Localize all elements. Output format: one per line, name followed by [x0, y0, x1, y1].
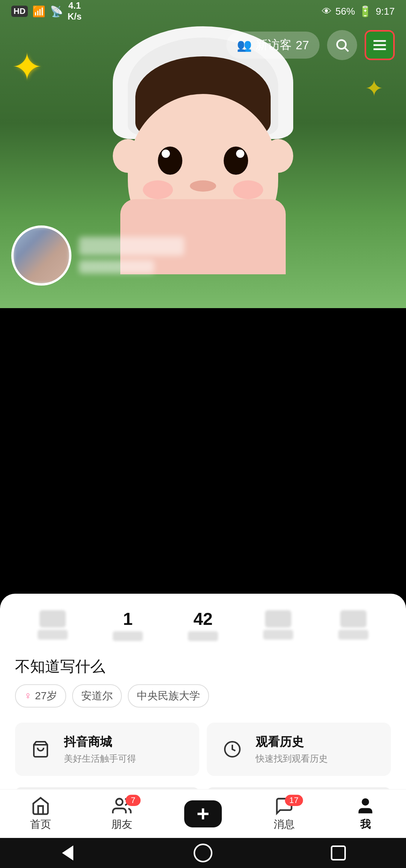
nav-friends-label: 朋友: [111, 817, 132, 832]
tags-row: ♀ 27岁 安道尔 中央民族大学: [15, 684, 391, 708]
nav-messages[interactable]: 17 消息: [244, 796, 325, 832]
stat-likes-number: [39, 610, 66, 628]
visitors-label: 新访客: [256, 37, 292, 53]
shop-info: 抖音商城 美好生活触手可得: [64, 734, 136, 765]
history-info: 观看历史 快速找到观看历史: [256, 734, 328, 765]
stat-likes-label: [38, 630, 68, 640]
stat-friends-number: 1: [90, 609, 165, 629]
svg-point-0: [337, 40, 346, 49]
battery-text: 56%: [335, 6, 355, 17]
school-label: 中央民族大学: [137, 689, 200, 703]
back-button[interactable]: [56, 842, 79, 864]
nav-friends[interactable]: 7 朋友: [81, 796, 162, 832]
stat-following[interactable]: 42: [165, 609, 241, 641]
nav-me[interactable]: 我: [325, 796, 406, 832]
visitors-count: 27: [295, 38, 309, 52]
action-cards: 抖音商城 美好生活触手可得 观看历史 快速找到观看历史: [0, 711, 406, 787]
bio-section: 不知道写什么 ♀ 27岁 安道尔 中央民族大学: [0, 649, 406, 711]
wifi-icon: 📡: [50, 5, 63, 18]
svg-point-10: [362, 798, 368, 805]
stat-friends[interactable]: 1: [90, 609, 165, 641]
status-right: 👁 56% 🔋 9:17: [322, 5, 395, 18]
stat-fans-number: [265, 610, 291, 628]
header-bar: 👥 新访客 27: [0, 23, 406, 68]
search-icon: [335, 38, 350, 53]
menu-button[interactable]: [365, 30, 395, 60]
stat-following-number: 42: [165, 609, 241, 629]
nav-plus[interactable]: [162, 800, 244, 827]
history-icon: [217, 734, 247, 764]
age-tag[interactable]: ♀ 27岁: [15, 684, 66, 708]
star-small: ✦: [365, 75, 383, 101]
stat-fans-label: [263, 630, 293, 640]
nav-home[interactable]: 首页: [0, 796, 81, 832]
home-button[interactable]: [192, 842, 214, 864]
stat-extra-number: [340, 610, 367, 628]
eye-icon: 👁: [322, 6, 332, 17]
location-tag[interactable]: 安道尔: [72, 684, 122, 708]
history-title: 观看历史: [256, 734, 328, 750]
shop-title: 抖音商城: [64, 734, 136, 750]
history-card[interactable]: 观看历史 快速找到观看历史: [207, 723, 391, 776]
me-icon: [356, 796, 375, 816]
plus-button[interactable]: [184, 800, 222, 827]
visitors-icon: 👥: [237, 38, 252, 52]
nav-messages-label: 消息: [274, 817, 295, 832]
home-system-icon: [194, 844, 212, 862]
bottom-nav: 首页 7 朋友 17 消息 我: [0, 789, 406, 838]
avatar[interactable]: [11, 225, 71, 286]
stat-extra-label: [338, 630, 368, 640]
nav-home-label: 首页: [30, 817, 51, 832]
time-text: 9:17: [376, 6, 395, 17]
plus-icon: [194, 804, 212, 823]
visitors-button[interactable]: 👥 新访客 27: [226, 32, 320, 59]
stat-likes[interactable]: [15, 610, 90, 640]
search-button[interactable]: [327, 30, 357, 60]
system-nav: [0, 838, 406, 868]
stat-following-label: [188, 631, 218, 641]
avatar-area: [11, 225, 184, 286]
svg-point-7: [116, 798, 123, 805]
gender-icon: ♀: [24, 690, 32, 702]
history-subtitle: 快速找到观看历史: [256, 753, 328, 765]
username-area: [79, 237, 184, 278]
speed-text: 4.1K/s: [68, 0, 82, 22]
status-left: HD 📶 📡 4.1K/s: [11, 0, 82, 22]
nav-me-label: 我: [360, 817, 371, 832]
shop-subtitle: 美好生活触手可得: [64, 753, 136, 765]
recent-button[interactable]: [327, 842, 350, 864]
friends-badge: 7: [126, 795, 141, 806]
home-icon: [31, 796, 50, 816]
shop-card[interactable]: 抖音商城 美好生活触手可得: [15, 723, 199, 776]
stat-extra[interactable]: [316, 610, 391, 640]
status-bar: HD 📶 📡 4.1K/s 👁 56% 🔋 9:17: [0, 0, 406, 23]
school-tag[interactable]: 中央民族大学: [128, 684, 209, 708]
stat-fans[interactable]: [241, 610, 316, 640]
bio-text: 不知道写什么: [15, 656, 391, 677]
signal-icon: 📶: [32, 5, 45, 18]
location-label: 安道尔: [81, 689, 113, 703]
hero-cover: ✦ ✦ HD 📶 📡 4.1K/s 👁: [0, 0, 406, 308]
back-icon: [62, 845, 73, 860]
messages-badge: 17: [285, 795, 303, 806]
hd-badge: HD: [11, 6, 28, 17]
recent-icon: [331, 845, 346, 860]
age-label: 27岁: [35, 689, 57, 703]
shop-icon: [26, 734, 56, 764]
battery-icon: 🔋: [359, 5, 372, 18]
menu-icon: [371, 37, 388, 53]
svg-line-1: [345, 48, 348, 51]
stat-friends-label: [113, 631, 143, 641]
stats-row: 1 42: [0, 594, 406, 649]
